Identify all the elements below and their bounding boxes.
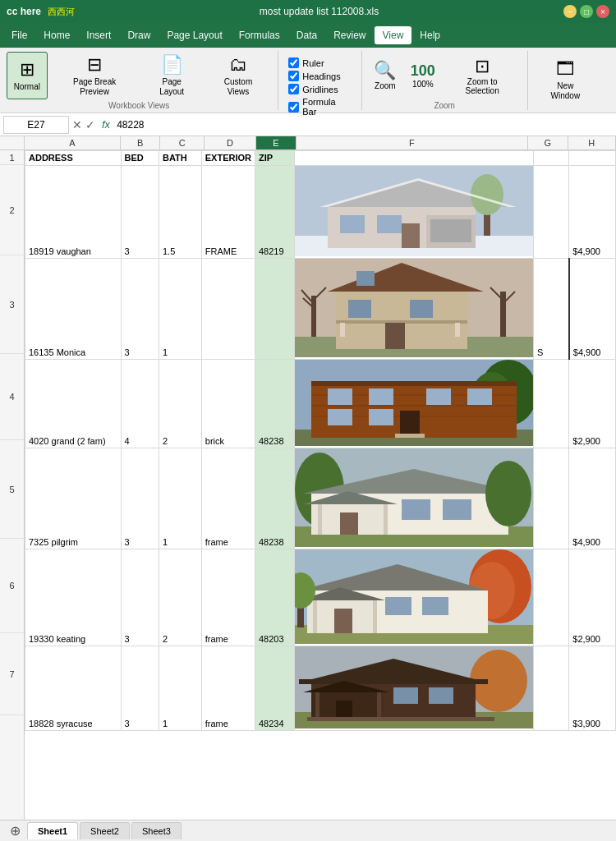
header-address[interactable]: ADDRESS [25, 151, 122, 166]
cell-3c[interactable]: 1 [159, 259, 202, 360]
cell-2g[interactable] [533, 166, 568, 259]
cell-5g[interactable] [533, 448, 568, 549]
row-num-7[interactable]: 7 [0, 633, 24, 715]
cell-4c[interactable]: 2 [159, 360, 202, 448]
formula-bar-checkbox-label[interactable]: Formula Bar [288, 97, 351, 117]
menu-insert[interactable]: Insert [78, 26, 119, 44]
menu-file[interactable]: File [3, 26, 35, 44]
cell-3g[interactable]: S [533, 259, 568, 360]
page-layout-button[interactable]: 📄 Page Layout [142, 52, 202, 99]
zoom-100-button[interactable]: 100 100% [405, 52, 440, 99]
cell-7b[interactable]: 3 [121, 646, 159, 731]
cell-4a[interactable]: 4020 grand (2 fam) [25, 360, 122, 448]
add-sheet-button[interactable]: ⊕ [3, 821, 27, 840]
col-header-d[interactable]: D [205, 136, 256, 149]
cell-2a[interactable]: 18919 vaughan [25, 166, 122, 259]
cell-7d[interactable]: frame [201, 646, 255, 731]
cell-3h[interactable]: $4,900 [569, 259, 616, 360]
header-bath[interactable]: BATH [159, 151, 202, 166]
new-window-button[interactable]: 🗔 New Window [535, 56, 596, 103]
row-num-2[interactable]: 2 [0, 165, 24, 255]
close-btn[interactable]: × [596, 5, 609, 18]
cell-4b[interactable]: 4 [121, 360, 159, 448]
header-bed[interactable]: BED [121, 151, 159, 166]
cell-6g[interactable] [533, 549, 568, 646]
col-header-f[interactable]: F [297, 136, 528, 149]
cell-7h[interactable]: $3,900 [569, 646, 616, 731]
sheet-tab-2[interactable]: Sheet2 [80, 822, 130, 839]
cell-5h[interactable]: $4,900 [569, 448, 616, 549]
formula-input[interactable] [113, 119, 613, 131]
cell-4d[interactable]: brick [201, 360, 255, 448]
col-header-e[interactable]: E [256, 136, 297, 149]
maximize-btn[interactable]: □ [580, 5, 593, 18]
menu-review[interactable]: Review [325, 26, 374, 44]
cell-2b[interactable]: 3 [121, 166, 159, 259]
col-header-h[interactable]: H [568, 136, 616, 149]
header-zip[interactable]: ZIP [255, 151, 295, 166]
cell-5b[interactable]: 3 [121, 448, 159, 549]
menu-help[interactable]: Help [411, 26, 448, 44]
cell-5c[interactable]: 1 [159, 448, 202, 549]
ruler-checkbox[interactable] [288, 57, 299, 68]
cell-3d[interactable] [201, 259, 255, 360]
cell-reference-input[interactable] [3, 116, 69, 134]
cell-6c[interactable]: 2 [159, 549, 202, 646]
minimize-btn[interactable]: − [563, 5, 577, 18]
cell-2e[interactable]: 48219 [255, 166, 295, 259]
col-header-a[interactable]: A [25, 136, 121, 149]
menu-home[interactable]: Home [35, 26, 78, 44]
cell-4g[interactable] [533, 360, 568, 448]
page-break-preview-button[interactable]: ⊟ Page Break Preview [51, 52, 139, 99]
cell-6b[interactable]: 3 [121, 549, 159, 646]
col-header-b[interactable]: B [121, 136, 161, 149]
confirm-formula-icon[interactable]: ✓ [85, 118, 95, 131]
menu-draw[interactable]: Draw [119, 26, 159, 44]
sheet-tab-1[interactable]: Sheet1 [27, 822, 78, 839]
cell-7g[interactable] [533, 646, 568, 731]
sheet-tab-3[interactable]: Sheet3 [131, 822, 182, 839]
cell-3b[interactable]: 3 [121, 259, 159, 360]
menu-formulas[interactable]: Formulas [231, 26, 288, 44]
zoom-selection-button[interactable]: ⊡ Zoom to Selection [444, 52, 521, 99]
menu-page-layout[interactable]: Page Layout [159, 26, 230, 44]
cell-3a[interactable]: 16135 Monica [25, 259, 122, 360]
cell-2c[interactable]: 1.5 [159, 166, 202, 259]
cell-5d[interactable]: frame [201, 448, 255, 549]
header-g[interactable] [533, 151, 568, 166]
col-header-c[interactable]: C [160, 136, 205, 149]
cell-6a[interactable]: 19330 keating [25, 549, 122, 646]
cell-4h[interactable]: $2,900 [569, 360, 616, 448]
custom-views-button[interactable]: 🗂 Custom Views [205, 52, 272, 99]
row-num-5[interactable]: 5 [0, 440, 24, 539]
cell-2d[interactable]: FRAME [201, 166, 255, 259]
formula-bar-checkbox[interactable] [288, 102, 299, 113]
cell-5e[interactable]: 48238 [255, 448, 295, 549]
cell-6e[interactable]: 48203 [255, 549, 295, 646]
col-header-g[interactable]: G [528, 136, 568, 149]
cell-6h[interactable]: $2,900 [569, 549, 616, 646]
headings-checkbox-label[interactable]: Headings [288, 71, 351, 81]
header-f[interactable] [294, 151, 533, 166]
row-num-6[interactable]: 6 [0, 539, 24, 633]
header-h[interactable] [569, 151, 616, 166]
gridlines-checkbox[interactable] [288, 84, 299, 94]
header-exterior[interactable]: EXTERIOR [201, 151, 255, 166]
zoom-button[interactable]: 🔍 Zoom [369, 52, 402, 99]
menu-data[interactable]: Data [288, 26, 325, 44]
cell-3e[interactable] [255, 259, 295, 360]
cell-7e[interactable]: 48234 [255, 646, 295, 731]
cell-6d[interactable]: frame [201, 549, 255, 646]
row-num-3[interactable]: 3 [0, 255, 24, 354]
ruler-checkbox-label[interactable]: Ruler [288, 57, 351, 68]
row-num-1[interactable]: 1 [0, 150, 24, 165]
headings-checkbox[interactable] [288, 71, 299, 81]
row-num-4[interactable]: 4 [0, 354, 24, 440]
cell-2h[interactable]: $4,900 [569, 166, 616, 259]
gridlines-checkbox-label[interactable]: Gridlines [288, 84, 351, 94]
cancel-formula-icon[interactable]: ✕ [72, 118, 82, 131]
cell-7a[interactable]: 18828 syracuse [25, 646, 122, 731]
cell-4e[interactable]: 48238 [255, 360, 295, 448]
cell-5a[interactable]: 7325 pilgrim [25, 448, 122, 549]
normal-view-button[interactable]: ⊞ Normal [7, 52, 48, 99]
